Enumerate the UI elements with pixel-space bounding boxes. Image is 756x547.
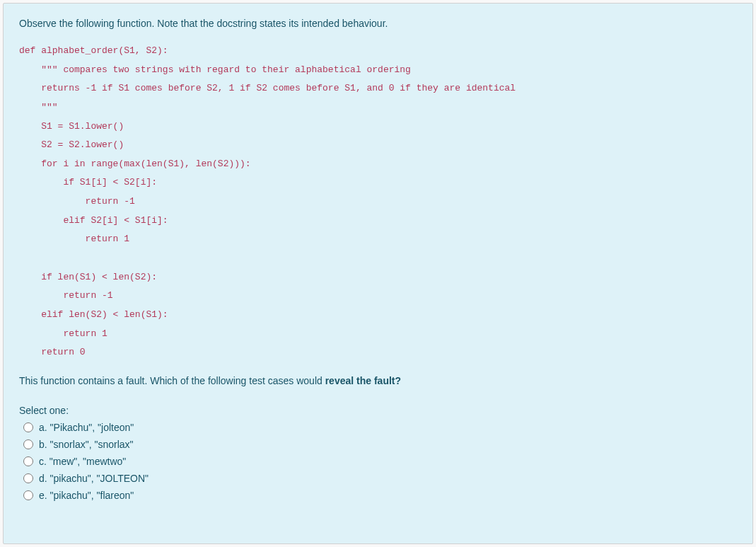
radio-option-a[interactable] xyxy=(23,422,33,432)
options-group: a. "Pikachu", "jolteon" b. "snorlax", "s… xyxy=(19,422,737,501)
code-block: def alphabet_order(S1, S2): """ compares… xyxy=(19,42,737,362)
option-a[interactable]: a. "Pikachu", "jolteon" xyxy=(19,422,737,433)
select-one-label: Select one: xyxy=(19,405,737,416)
question-container: Observe the following function. Note tha… xyxy=(3,3,753,544)
option-b-text: "snorlax", "snorlax" xyxy=(50,439,134,450)
option-a-letter: a. xyxy=(39,422,47,433)
radio-option-b[interactable] xyxy=(23,439,33,449)
option-b-letter: b. xyxy=(39,439,47,450)
option-d-label: d. "pikachu", "JOLTEON" xyxy=(39,473,149,484)
option-c-text: "mew", "mewtwo" xyxy=(50,456,127,467)
option-a-label: a. "Pikachu", "jolteon" xyxy=(39,422,134,433)
option-b-label: b. "snorlax", "snorlax" xyxy=(39,439,134,450)
option-c-letter: c. xyxy=(39,456,47,467)
question-bold: reveal the fault? xyxy=(325,375,401,386)
option-d-text: "pikachu", "JOLTEON" xyxy=(50,473,149,484)
option-b[interactable]: b. "snorlax", "snorlax" xyxy=(19,439,737,450)
option-e[interactable]: e. "pikachu", "flareon" xyxy=(19,490,737,501)
option-d[interactable]: d. "pikachu", "JOLTEON" xyxy=(19,473,737,484)
option-e-text: "pikachu", "flareon" xyxy=(50,490,134,501)
question-text: This function contains a fault. Which of… xyxy=(19,375,737,386)
option-c[interactable]: c. "mew", "mewtwo" xyxy=(19,456,737,467)
intro-text: Observe the following function. Note tha… xyxy=(19,18,737,29)
option-e-letter: e. xyxy=(39,490,47,501)
option-c-label: c. "mew", "mewtwo" xyxy=(39,456,126,467)
radio-option-c[interactable] xyxy=(23,456,33,466)
radio-option-e[interactable] xyxy=(23,490,33,500)
option-d-letter: d. xyxy=(39,473,47,484)
question-prefix: This function contains a fault. Which of… xyxy=(19,375,325,386)
radio-option-d[interactable] xyxy=(23,473,33,483)
option-a-text: "Pikachu", "jolteon" xyxy=(50,422,134,433)
option-e-label: e. "pikachu", "flareon" xyxy=(39,490,134,501)
